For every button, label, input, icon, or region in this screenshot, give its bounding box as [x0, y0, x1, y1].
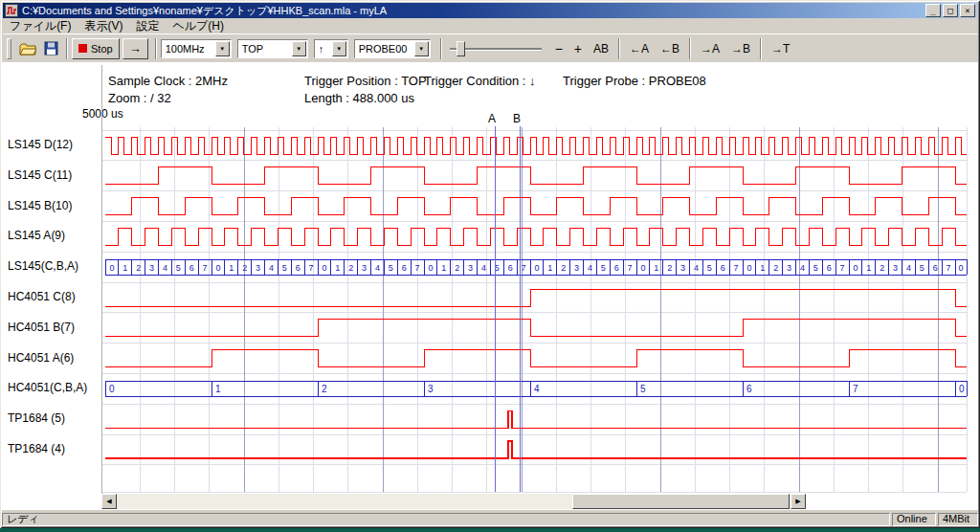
- bus-value: 4: [588, 263, 592, 273]
- folder-open-icon: [19, 42, 36, 55]
- bus-value: 3: [428, 384, 434, 394]
- bus-value: 3: [893, 263, 898, 273]
- bus-value: 1: [654, 263, 658, 273]
- app-icon: [5, 4, 18, 17]
- bus-value: 7: [853, 384, 858, 394]
- scrollbar-thumb[interactable]: [572, 494, 790, 509]
- status-bar: レディ Online 4MBit: [2, 511, 978, 526]
- toolbar-grip[interactable]: [7, 38, 11, 59]
- stop-button[interactable]: Stop: [72, 38, 120, 59]
- bus-value: 5: [495, 263, 500, 273]
- bus-value: 0: [640, 263, 645, 273]
- bus-value: 2: [242, 263, 247, 273]
- bus-value: 5: [282, 263, 287, 273]
- bus-value: 5: [813, 263, 818, 273]
- trigger-edge-select[interactable]: ↑ ▼: [314, 39, 348, 58]
- bus-value: 7: [947, 263, 951, 273]
- chevron-down-icon[interactable]: ▼: [332, 41, 346, 56]
- bus-value: 4: [375, 263, 380, 273]
- bus-value: 2: [880, 263, 884, 273]
- bus-value: 4: [163, 263, 167, 273]
- bus-value: 7: [734, 263, 739, 273]
- bus-value: 4: [269, 263, 274, 273]
- waveform-ls145-b-10: [105, 198, 967, 215]
- toolbar-separator: [66, 38, 68, 59]
- bus-value: 6: [614, 263, 619, 273]
- cursor-a-label: A: [488, 112, 496, 125]
- bus-value: 0: [746, 263, 751, 273]
- jump-left-to-b-button[interactable]: ←B: [656, 40, 684, 57]
- waveform-hc4051-a-6: [105, 350, 967, 367]
- jump-right-to-a-button[interactable]: →A: [696, 40, 724, 57]
- jump-to-trigger-button[interactable]: →T: [767, 40, 794, 57]
- waveform-ls145-c-11: [105, 167, 967, 185]
- run-button[interactable]: →: [122, 38, 148, 59]
- bus-value: 2: [773, 263, 778, 273]
- open-file-button[interactable]: [16, 38, 39, 59]
- zoom-slider[interactable]: [450, 38, 542, 59]
- save-button[interactable]: [39, 38, 62, 59]
- menu-item-4[interactable]: ヘルプ(H): [166, 17, 231, 35]
- scroll-left-button[interactable]: ◀: [101, 494, 117, 509]
- bus-value: 6: [508, 263, 513, 273]
- bus-value: 6: [746, 384, 752, 394]
- ab-cursors-button[interactable]: AB: [589, 40, 613, 57]
- bus-value: 0: [959, 384, 965, 394]
- close-button[interactable]: ×: [960, 4, 975, 17]
- jump-right-to-b-button[interactable]: →B: [726, 40, 755, 57]
- bus-value: 3: [680, 263, 685, 273]
- chevron-down-icon[interactable]: ▼: [414, 41, 429, 56]
- status-online-badge: Online: [892, 513, 936, 526]
- bus-value: 5: [707, 263, 712, 273]
- bus-value: 0: [958, 263, 963, 273]
- stop-icon: [78, 44, 87, 53]
- bus-value: 7: [628, 263, 633, 273]
- trigger-position-select[interactable]: TOP ▼: [237, 39, 308, 58]
- bus-value: 0: [853, 263, 858, 273]
- floppy-icon: [44, 41, 58, 55]
- jump-left-to-a-button[interactable]: ←A: [625, 40, 654, 57]
- scroll-right-button[interactable]: ▶: [791, 494, 806, 509]
- menu-item-3[interactable]: 設定: [129, 17, 166, 35]
- bus-value: 6: [827, 263, 832, 273]
- length-info: Length : 488.000 us: [304, 91, 414, 105]
- bus-value: 7: [840, 263, 845, 273]
- toolbar-separator: [618, 38, 620, 59]
- chevron-down-icon[interactable]: ▼: [215, 41, 230, 56]
- status-memory-badge: 4MBit: [938, 513, 978, 526]
- zoom-out-button[interactable]: −: [550, 39, 568, 58]
- minimize-button[interactable]: _: [925, 4, 941, 17]
- menu-item-2[interactable]: 表示(V): [78, 17, 129, 35]
- bus-value: 7: [203, 263, 208, 273]
- stop-label: Stop: [91, 43, 113, 55]
- zoom-in-button[interactable]: +: [569, 39, 587, 58]
- bus-value: 0: [322, 263, 326, 273]
- bus-value: 1: [441, 263, 446, 273]
- trigger-edge-value: ↑: [319, 43, 324, 55]
- waveform-plot: 0123456701234567012345670123456701234567…: [0, 110, 980, 498]
- waveform-hc4051-c-8: [105, 289, 967, 306]
- chevron-down-icon[interactable]: ▼: [292, 41, 306, 56]
- sample-rate-select[interactable]: 100MHz ▼: [161, 39, 232, 58]
- bus-value: 0: [109, 384, 115, 394]
- bus-value: 1: [122, 263, 127, 273]
- bus-value: 4: [800, 263, 805, 273]
- zoom-slider-thumb[interactable]: [457, 41, 465, 56]
- bus-value: 3: [574, 263, 579, 273]
- bus-value: 5: [389, 263, 393, 273]
- zoom-info: Zoom : / 32: [108, 91, 171, 105]
- bus-value: 6: [933, 263, 938, 273]
- trigger-position-info: Trigger Position : TOP: [304, 74, 427, 88]
- bus-value: 5: [640, 384, 646, 394]
- bus-value: 3: [787, 263, 791, 273]
- trigger-probe-select[interactable]: PROBE00 ▼: [354, 39, 431, 58]
- horizontal-scrollbar[interactable]: ◀ ▶: [101, 494, 806, 509]
- bus-value: 3: [256, 263, 260, 273]
- bus-value: 0: [428, 263, 433, 273]
- bus-value: 4: [694, 263, 699, 273]
- menu-item-1[interactable]: ファイル(F): [3, 17, 78, 35]
- maximize-button[interactable]: □: [943, 4, 958, 17]
- bus-value: 2: [561, 263, 566, 273]
- app-window: C:¥Documents and Settings¥noname¥デスクトップ¥…: [0, 0, 980, 528]
- bus-value: 5: [920, 263, 924, 273]
